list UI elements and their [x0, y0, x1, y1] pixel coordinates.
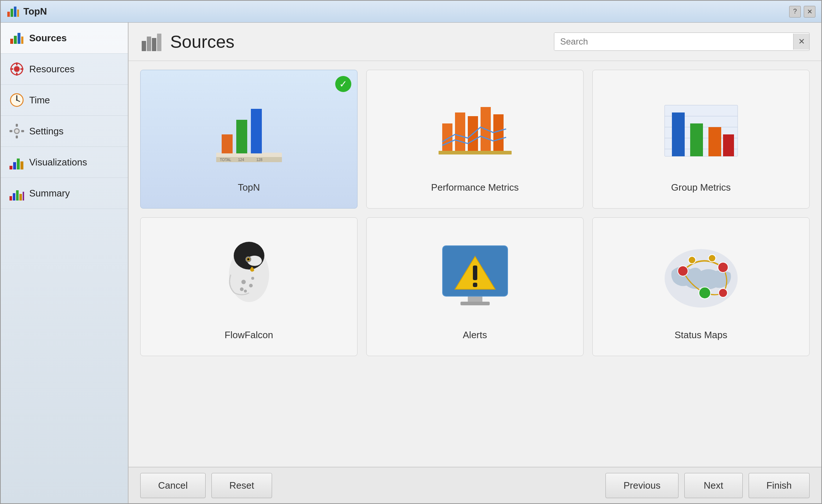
card-label-statusmaps: Status Maps: [674, 329, 727, 341]
svg-point-80: [678, 266, 688, 276]
card-flowfalcon[interactable]: FlowFalcon: [140, 217, 358, 356]
card-topn[interactable]: ✓: [140, 70, 358, 209]
search-input[interactable]: [554, 33, 793, 50]
svg-rect-5: [14, 36, 17, 44]
summary-icon: [9, 186, 24, 201]
svg-point-20: [15, 129, 19, 133]
svg-text:124: 124: [238, 158, 244, 162]
svg-rect-30: [13, 193, 15, 201]
svg-rect-24: [21, 130, 24, 132]
svg-rect-37: [157, 34, 161, 51]
svg-rect-4: [10, 39, 13, 44]
topn-image: TOTAL 124 128: [205, 87, 293, 175]
search-box: ✕: [554, 33, 810, 51]
svg-rect-27: [17, 159, 20, 169]
page-title: Sources: [170, 32, 234, 52]
svg-rect-33: [23, 192, 24, 201]
svg-rect-22: [16, 135, 18, 138]
title-bar: TopN ? ✕: [1, 1, 821, 23]
svg-rect-77: [468, 297, 482, 302]
svg-rect-10: [16, 62, 18, 65]
svg-point-66: [247, 258, 249, 260]
svg-text:TOTAL: TOTAL: [220, 158, 232, 162]
app-icon: [7, 5, 20, 18]
group-metrics-image: [657, 87, 745, 175]
footer-left: Cancel Reset: [140, 473, 272, 498]
sidebar-label-time: Time: [29, 95, 50, 106]
main-window: TopN ? ✕ Sources: [0, 0, 822, 504]
window-title: TopN: [23, 6, 47, 17]
sources-icon: [9, 31, 24, 45]
svg-point-62: [234, 242, 264, 270]
previous-button[interactable]: Previous: [605, 473, 678, 498]
svg-rect-48: [455, 112, 465, 151]
svg-point-83: [708, 255, 716, 262]
svg-point-9: [14, 66, 20, 72]
alerts-image: [431, 234, 519, 322]
resources-icon: [9, 62, 24, 76]
sidebar-label-settings: Settings: [29, 126, 64, 137]
sidebar-item-sources[interactable]: Sources: [1, 23, 128, 54]
svg-rect-57: [672, 112, 685, 156]
time-icon: [9, 93, 24, 107]
card-group-metrics[interactable]: Group Metrics: [592, 70, 810, 209]
footer-right: Previous Next Finish: [605, 473, 810, 498]
svg-point-67: [241, 280, 246, 284]
sidebar-label-summary: Summary: [29, 188, 70, 199]
visualizations-icon: [9, 155, 24, 169]
status-maps-image: [657, 234, 745, 322]
title-bar-controls: ? ✕: [789, 6, 815, 18]
svg-rect-58: [690, 123, 703, 156]
svg-rect-6: [18, 33, 20, 44]
svg-rect-60: [723, 134, 734, 156]
svg-rect-40: [236, 120, 247, 153]
svg-rect-11: [16, 73, 18, 76]
header-left: Sources: [140, 30, 234, 53]
svg-rect-12: [10, 68, 13, 70]
svg-rect-46: [439, 151, 512, 154]
cancel-button[interactable]: Cancel: [140, 473, 206, 498]
search-close-button[interactable]: ✕: [793, 34, 809, 50]
perf-metrics-image: [431, 87, 519, 175]
svg-rect-41: [251, 109, 262, 153]
finish-button[interactable]: Finish: [749, 473, 810, 498]
content-area: Sources Resources: [1, 23, 821, 503]
svg-point-84: [699, 287, 711, 299]
svg-rect-39: [222, 134, 233, 153]
card-status-maps[interactable]: Status Maps: [592, 217, 810, 356]
svg-rect-31: [16, 190, 19, 201]
main-header: Sources ✕: [129, 23, 821, 61]
flowfalcon-image: [205, 234, 293, 322]
svg-rect-28: [20, 161, 23, 169]
help-button[interactable]: ?: [789, 6, 801, 18]
svg-rect-34: [142, 41, 146, 51]
reset-button[interactable]: Reset: [211, 473, 272, 498]
next-button[interactable]: Next: [684, 473, 743, 498]
sidebar: Sources Resources: [1, 23, 129, 503]
card-performance-metrics[interactable]: Performance Metrics: [366, 70, 584, 209]
svg-rect-35: [147, 37, 151, 51]
close-button[interactable]: ✕: [804, 6, 815, 18]
card-alerts[interactable]: Alerts: [366, 217, 584, 356]
check-icon: ✓: [335, 76, 351, 92]
sidebar-item-summary[interactable]: Summary: [1, 178, 128, 209]
sidebar-label-resources: Resources: [29, 64, 74, 75]
svg-rect-32: [19, 194, 22, 201]
svg-rect-26: [13, 162, 16, 169]
title-bar-left: TopN: [7, 5, 47, 18]
sidebar-item-resources[interactable]: Resources: [1, 54, 128, 85]
svg-point-70: [251, 277, 254, 280]
svg-rect-13: [20, 68, 23, 70]
sidebar-item-time[interactable]: Time: [1, 85, 128, 116]
svg-point-69: [244, 290, 247, 293]
header-icon: [140, 30, 164, 53]
card-label-group: Group Metrics: [671, 182, 731, 193]
grid-container: ✓: [129, 61, 821, 467]
svg-point-71: [240, 287, 244, 291]
card-label-perf: Performance Metrics: [431, 182, 519, 193]
sidebar-item-settings[interactable]: Settings: [1, 116, 128, 147]
svg-point-81: [718, 262, 728, 272]
sidebar-item-visualizations[interactable]: Visualizations: [1, 147, 128, 178]
svg-rect-0: [7, 12, 10, 17]
svg-rect-78: [460, 302, 490, 305]
